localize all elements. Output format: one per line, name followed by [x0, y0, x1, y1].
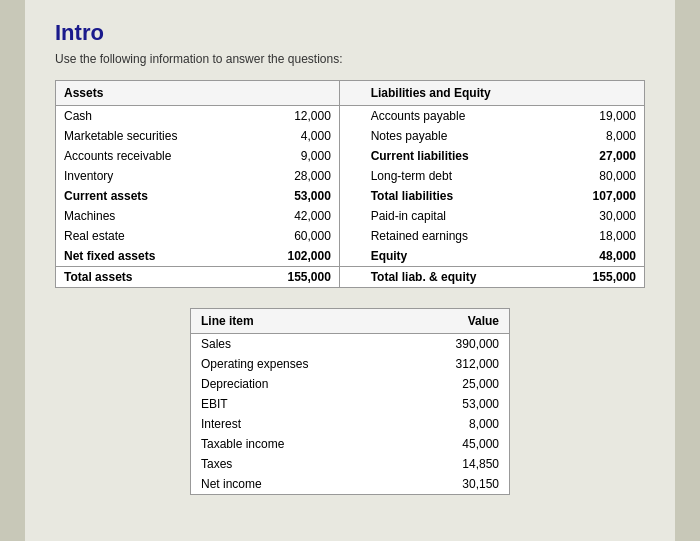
- balance-sheet-header-row: Assets Liabilities and Equity: [56, 81, 645, 106]
- liabilities-equity-header: Liabilities and Equity: [361, 81, 555, 106]
- table-row: Accounts receivable 9,000 Current liabil…: [56, 146, 645, 166]
- line-items-header-row: Line item Value: [191, 309, 510, 334]
- table-row: Taxable income 45,000: [191, 434, 510, 454]
- table-row: Interest 8,000: [191, 414, 510, 434]
- table-row: EBIT 53,000: [191, 394, 510, 414]
- table-row: Marketable securities 4,000 Notes payabl…: [56, 126, 645, 146]
- line-item-header: Line item: [191, 309, 412, 334]
- table-row: Inventory 28,000 Long-term debt 80,000: [56, 166, 645, 186]
- balance-sheet-table: Assets Liabilities and Equity Cash 12,00…: [55, 80, 645, 288]
- page-title: Intro: [55, 20, 645, 46]
- table-row: Cash 12,000 Accounts payable 19,000: [56, 106, 645, 127]
- table-row: Net income 30,150: [191, 474, 510, 495]
- table-row: Depreciation 25,000: [191, 374, 510, 394]
- value-header: Value: [411, 309, 509, 334]
- assets-header: Assets: [56, 81, 250, 106]
- table-row: Net fixed assets 102,000 Equity 48,000: [56, 246, 645, 267]
- table-row: Current assets 53,000 Total liabilities …: [56, 186, 645, 206]
- subtitle: Use the following information to answer …: [55, 52, 645, 66]
- table-row: Machines 42,000 Paid-in capital 30,000: [56, 206, 645, 226]
- table-row: Sales 390,000: [191, 334, 510, 355]
- table-row: Real estate 60,000 Retained earnings 18,…: [56, 226, 645, 246]
- table-row: Taxes 14,850: [191, 454, 510, 474]
- table-row: Total assets 155,000 Total liab. & equit…: [56, 267, 645, 288]
- page-container: Intro Use the following information to a…: [25, 0, 675, 541]
- table-row: Operating expenses 312,000: [191, 354, 510, 374]
- line-items-table: Line item Value Sales 390,000 Operating …: [190, 308, 510, 495]
